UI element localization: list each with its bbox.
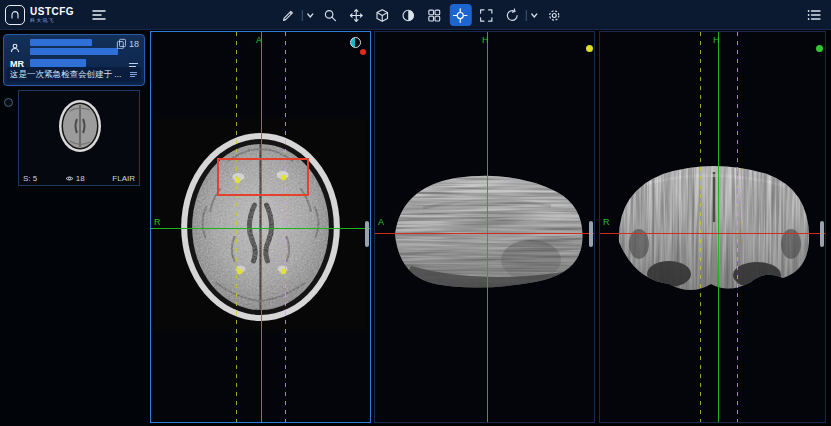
study-description-bar: 这是一次紧急检查会创建于 ... (7, 67, 141, 82)
coronal-mri-image[interactable] (605, 158, 824, 300)
slab-line-right[interactable] (737, 32, 738, 422)
slice-scrollbar[interactable] (820, 221, 824, 247)
rotate-icon (505, 8, 520, 23)
study-info-redacted (30, 59, 86, 67)
expand-icon (479, 8, 494, 23)
patient-id-redacted (30, 48, 118, 55)
orientation-label-top: A (256, 35, 262, 45)
orientation-label-top: H (713, 35, 720, 45)
topbar: USTCFG 科大讯飞 (0, 0, 831, 30)
crosshair-tool-button[interactable] (449, 4, 471, 26)
annotate-tool-group (277, 4, 315, 26)
chevron-down-icon (529, 11, 538, 20)
description-more-icon[interactable] (129, 70, 138, 79)
app-subtitle: 科大讯飞 (30, 18, 74, 23)
toolbar (277, 0, 565, 30)
viewer-area: A R (148, 30, 831, 426)
study-description: 这是一次紧急检查会创建于 ... (10, 69, 129, 81)
series-count-group[interactable]: 18 (116, 38, 139, 49)
app-root: USTCFG 科大讯飞 (0, 0, 831, 426)
slab-line-left[interactable] (700, 32, 701, 422)
settings-tool-button[interactable] (543, 4, 565, 26)
layout-tool-button[interactable] (423, 4, 445, 26)
viewport-coronal[interactable]: H R (599, 31, 826, 423)
invert-tool-button[interactable] (397, 4, 419, 26)
viewport-sync-icon[interactable] (350, 37, 361, 48)
series-thumbnail[interactable]: S: 5 18 FLAIR (18, 90, 140, 186)
app-logo-icon (5, 5, 25, 25)
viewport-axial[interactable]: A R (150, 31, 371, 423)
series-select-radio[interactable] (4, 98, 13, 107)
patient-icon (10, 39, 20, 57)
lesion-marker[interactable] (235, 178, 240, 183)
pan-tool-button[interactable] (345, 4, 367, 26)
series-list-toggle-button[interactable] (803, 4, 825, 26)
sidebar-toggle-button[interactable] (88, 4, 110, 26)
cube-icon (375, 8, 390, 23)
slice-scrollbar[interactable] (365, 221, 369, 247)
slice-label: S: 5 (23, 174, 37, 183)
orientation-label-top: H (482, 35, 489, 45)
crosshair-vertical-line[interactable] (718, 32, 719, 422)
rotate-dropdown-button[interactable] (528, 4, 539, 26)
series-list-icon (806, 7, 822, 23)
toolbar-divider (525, 10, 526, 21)
brand-text: USTCFG 科大讯飞 (30, 7, 74, 23)
thumbnail-brain-image (52, 95, 108, 157)
lesion-marker[interactable] (237, 269, 242, 274)
sequence-label: FLAIR (112, 174, 135, 183)
slab-line-right[interactable] (285, 32, 286, 422)
orientation-label-left: A (378, 217, 384, 227)
hamburger-icon (91, 7, 107, 23)
series-count: 18 (129, 39, 139, 49)
crosshair-vertical-line[interactable] (487, 32, 488, 422)
visible-count-group: 18 (65, 174, 85, 183)
move-icon (349, 8, 364, 23)
patient-name-redacted (30, 39, 92, 46)
viewport-sagittal[interactable]: H A (374, 31, 595, 423)
orientation-label-left: R (154, 217, 161, 227)
status-dot-red (360, 49, 366, 55)
roi-annotation-rect[interactable] (217, 158, 309, 196)
magnifier-icon (323, 8, 338, 23)
slab-line-left[interactable] (236, 32, 237, 422)
viewport-marker-yellow (586, 45, 593, 52)
viewport-marker-green (816, 45, 823, 52)
lesion-marker[interactable] (281, 175, 286, 180)
brand: USTCFG 科大讯飞 (0, 4, 110, 26)
crosshair-horizontal-line[interactable] (600, 233, 825, 234)
rotate-tool-group (501, 4, 539, 26)
annotate-dropdown-button[interactable] (304, 4, 315, 26)
zoom-tool-button[interactable] (319, 4, 341, 26)
orientation-label-left: R (603, 217, 610, 227)
gear-icon (547, 8, 562, 23)
series-sidebar: 18 MR 这是一次紧急检查会创建于 ... (0, 30, 148, 426)
visible-count: 18 (76, 174, 85, 183)
eye-icon (65, 174, 74, 183)
crosshair-icon (453, 8, 468, 23)
copy-icon (116, 38, 127, 49)
lesion-marker[interactable] (281, 269, 286, 274)
crosshair-vertical-line[interactable] (261, 32, 262, 422)
rotate-tool-button[interactable] (501, 4, 523, 26)
annotate-tool-button[interactable] (277, 4, 299, 26)
contrast-icon (401, 8, 416, 23)
study-card[interactable]: 18 MR 这是一次紧急检查会创建于 ... (3, 34, 145, 86)
toolbar-divider (301, 10, 302, 21)
thumbnail-meta: S: 5 18 FLAIR (19, 174, 139, 183)
slice-scrollbar[interactable] (589, 221, 593, 247)
pencil-icon (281, 8, 296, 23)
fullscreen-tool-button[interactable] (475, 4, 497, 26)
layout-grid-icon (427, 8, 442, 23)
chevron-down-icon (305, 11, 314, 20)
app-title: USTCFG (30, 7, 74, 17)
volume-3d-tool-button[interactable] (371, 4, 393, 26)
crosshair-horizontal-line[interactable] (375, 233, 594, 234)
crosshair-horizontal-line[interactable] (151, 228, 370, 229)
